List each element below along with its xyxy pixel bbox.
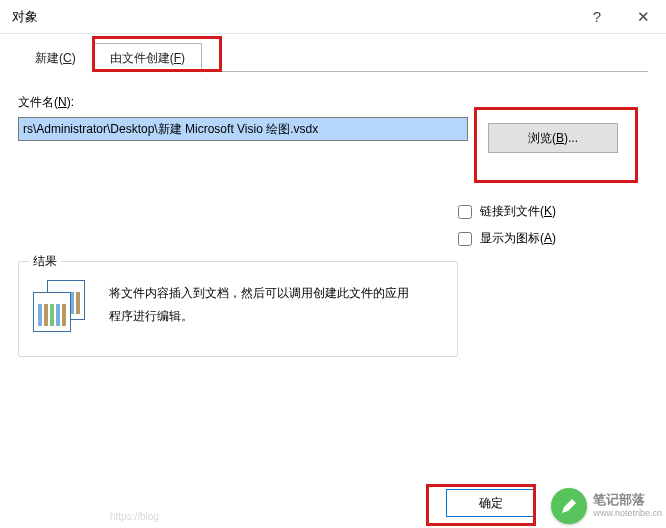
watermark-url: www.notetribe.cn	[593, 508, 662, 518]
tab-new[interactable]: 新建(C)	[18, 43, 93, 73]
dialog-title: 对象	[12, 8, 38, 26]
faded-url: https://blog	[110, 511, 159, 522]
result-pages-icon	[29, 280, 89, 332]
display-as-icon-checkbox[interactable]	[458, 232, 472, 246]
result-legend: 结果	[29, 253, 61, 270]
filename-input[interactable]	[19, 118, 467, 140]
close-button[interactable]: ✕	[620, 0, 666, 34]
filename-input-wrap	[18, 117, 468, 141]
result-text: 将文件内容插入到文档，然后可以调用创建此文件的应用程序进行编辑。	[109, 282, 409, 328]
tabbar: 新建(C) 由文件创建(F)	[18, 42, 648, 72]
watermark: 笔记部落 www.notetribe.cn	[551, 488, 662, 524]
filename-label: 文件名(N):	[18, 94, 648, 111]
tab-create-from-file[interactable]: 由文件创建(F)	[93, 43, 202, 73]
link-to-file-label: 链接到文件(K)	[480, 203, 556, 220]
link-to-file-checkbox[interactable]	[458, 205, 472, 219]
help-button[interactable]: ?	[574, 0, 620, 34]
browse-button[interactable]: 浏览(B)...	[488, 123, 618, 153]
display-as-icon-label: 显示为图标(A)	[480, 230, 556, 247]
ok-button[interactable]: 确定	[446, 489, 536, 517]
titlebar: 对象 ? ✕	[0, 0, 666, 34]
pencil-icon	[551, 488, 587, 524]
link-to-file-check[interactable]: 链接到文件(K)	[458, 203, 648, 220]
watermark-title: 笔记部落	[593, 493, 662, 508]
result-group: 结果 将文件内容插入到文档，然后可以调用创建此文件的应用程序进行编辑。	[18, 261, 458, 357]
display-as-icon-check[interactable]: 显示为图标(A)	[458, 230, 648, 247]
